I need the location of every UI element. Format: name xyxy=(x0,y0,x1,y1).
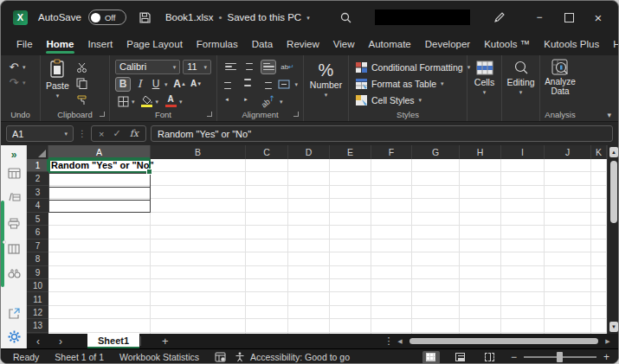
tab-developer[interactable]: Developer xyxy=(418,36,477,54)
printer-icon[interactable] xyxy=(1,218,27,229)
pen-icon[interactable] xyxy=(493,11,506,24)
row-header-4[interactable]: 4 xyxy=(27,199,48,212)
conditional-formatting-button[interactable]: Conditional Formatting ▾ xyxy=(356,59,461,75)
center-button[interactable] xyxy=(241,77,255,92)
editing-button[interactable]: Editing ▾ xyxy=(507,59,534,112)
row-header-1[interactable]: 1 xyxy=(27,159,48,172)
grid-body[interactable]: 1234567891011121314 Random "Yes" or "No" xyxy=(27,159,607,334)
undo-button[interactable]: ↶ xyxy=(6,60,22,74)
top-align-button[interactable] xyxy=(222,60,238,74)
cells-button[interactable]: Cells ▾ xyxy=(473,59,496,112)
increase-indent-button[interactable]: ▸ xyxy=(242,94,257,109)
cell-styles-button[interactable]: Cell Styles ▾ xyxy=(356,92,461,108)
close-button[interactable]: × xyxy=(584,6,613,29)
column-header-j[interactable]: J xyxy=(545,145,591,159)
horizontal-scroll-track[interactable] xyxy=(405,337,603,345)
name-box[interactable]: A1 ▾ xyxy=(6,125,74,142)
tab-view[interactable]: View xyxy=(326,36,362,54)
search-icon[interactable] xyxy=(339,11,352,24)
middle-align-button[interactable] xyxy=(242,60,257,74)
tab-kutools-plus[interactable]: Kutools Plus xyxy=(537,36,606,54)
merge-center-button[interactable] xyxy=(277,77,292,92)
column-header-a[interactable]: A xyxy=(48,145,151,159)
page-layout-view-button[interactable] xyxy=(452,351,469,364)
number-format-button[interactable]: % Number ▾ xyxy=(309,59,343,114)
cancel-entry-icon[interactable]: × xyxy=(99,129,104,139)
increase-font-size-button[interactable]: A▲ xyxy=(172,77,188,92)
document-title[interactable]: Book1.xlsx • Saved to this PC ▾ xyxy=(165,12,310,22)
sheet-options-icon[interactable]: ⋮ xyxy=(383,335,395,347)
font-size-select[interactable]: 11▾ xyxy=(183,60,211,74)
column-header-e[interactable]: E xyxy=(330,145,371,159)
normal-view-button[interactable] xyxy=(422,351,440,364)
scroll-left-icon[interactable]: ◀ xyxy=(395,338,405,345)
align-right-button[interactable] xyxy=(259,77,274,92)
minimize-button[interactable]: − xyxy=(525,6,554,29)
vertical-scroll-thumb[interactable] xyxy=(610,161,617,223)
column-header-f[interactable]: F xyxy=(371,145,412,159)
tab-help[interactable]: Help xyxy=(606,36,619,54)
open-pane-icon[interactable] xyxy=(1,308,27,319)
column-list-pane-icon[interactable] xyxy=(1,244,27,254)
active-cell-selection[interactable] xyxy=(48,159,151,173)
row-header-7[interactable]: 7 xyxy=(27,239,48,252)
column-header-h[interactable]: H xyxy=(460,145,501,159)
column-header-b[interactable]: B xyxy=(151,145,246,159)
maximize-button[interactable] xyxy=(554,6,584,29)
collapse-ribbon-icon[interactable]: ▾ xyxy=(607,111,611,119)
column-header-k[interactable]: K xyxy=(591,145,607,159)
row-header-11[interactable]: 11 xyxy=(27,293,48,306)
confirm-entry-icon[interactable]: ✓ xyxy=(113,128,120,139)
sidebar-drag-dot[interactable] xyxy=(3,240,6,244)
zoom-out-button[interactable]: − xyxy=(511,351,517,363)
tab-review[interactable]: Review xyxy=(280,36,326,54)
macro-record-icon[interactable] xyxy=(215,352,226,362)
tab-automate[interactable]: Automate xyxy=(362,36,418,54)
row-header-5[interactable]: 5 xyxy=(27,213,48,226)
zoom-slider[interactable] xyxy=(524,356,596,358)
tab-insert[interactable]: Insert xyxy=(81,36,119,54)
zoom-in-button[interactable]: + xyxy=(603,351,609,363)
fill-handle[interactable] xyxy=(147,169,152,174)
row-header-12[interactable]: 12 xyxy=(27,306,48,319)
bold-button[interactable]: B xyxy=(115,77,131,92)
zoom-slider-thumb[interactable] xyxy=(557,352,563,362)
orientation-button[interactable]: ab↗ xyxy=(261,94,276,109)
sheet-tab-sheet1[interactable]: Sheet1 xyxy=(87,334,139,348)
previous-sheet-icon[interactable]: ‹ xyxy=(27,335,49,348)
row-header-8[interactable]: 8 xyxy=(27,252,48,265)
scroll-up-icon[interactable]: ▲ xyxy=(609,147,618,157)
row-header-9[interactable]: 9 xyxy=(27,266,48,279)
wrap-text-button[interactable]: ab↵ xyxy=(280,60,295,74)
italic-button[interactable]: I xyxy=(132,77,147,92)
format-as-table-button[interactable]: Format as Table ▾ xyxy=(356,75,461,92)
select-all-button[interactable] xyxy=(27,145,48,159)
column-header-c[interactable]: C xyxy=(246,145,288,159)
settings-gear-icon[interactable] xyxy=(1,330,27,343)
decrease-indent-button[interactable]: ◂ xyxy=(222,94,238,109)
sidebar-expand-icon[interactable]: » xyxy=(1,149,27,161)
bottom-align-button[interactable] xyxy=(261,60,276,74)
autosave-toggle[interactable]: Off xyxy=(88,10,126,25)
paste-button[interactable]: Paste ▾ xyxy=(46,59,69,109)
row-header-13[interactable]: 13 xyxy=(27,319,48,332)
cut-button[interactable] xyxy=(74,60,90,74)
borders-button[interactable] xyxy=(115,94,131,109)
row-header-10[interactable]: 10 xyxy=(27,279,48,292)
horizontal-scrollbar[interactable]: ◀ ▶ xyxy=(395,337,613,345)
row-header-3[interactable]: 3 xyxy=(27,186,48,199)
tab-data[interactable]: Data xyxy=(245,36,280,54)
find-binoculars-icon[interactable] xyxy=(1,268,27,278)
horizontal-scroll-thumb[interactable] xyxy=(409,338,599,344)
insert-function-icon[interactable]: fx xyxy=(130,128,139,139)
name-manager-pane-icon[interactable] xyxy=(1,192,27,202)
font-family-select[interactable]: Calibri▾ xyxy=(115,60,180,74)
save-icon[interactable] xyxy=(139,11,152,24)
scroll-right-icon[interactable]: ▶ xyxy=(603,338,613,345)
tab-kutools[interactable]: Kutools ™ xyxy=(477,36,537,54)
copy-button[interactable] xyxy=(74,76,90,91)
tab-home[interactable]: Home xyxy=(40,36,81,54)
next-sheet-icon[interactable]: › xyxy=(49,335,72,348)
font-color-button[interactable]: A xyxy=(163,94,178,109)
redo-button[interactable]: ↷ xyxy=(6,75,22,90)
